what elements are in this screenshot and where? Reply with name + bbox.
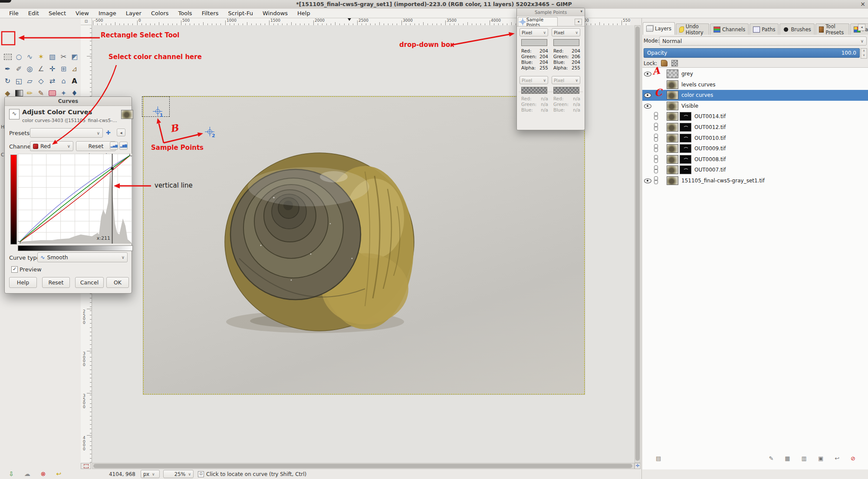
layer-row[interactable]: OUT0007.tif: [642, 165, 868, 175]
sample-display-mode-select[interactable]: Pixel∨: [552, 28, 580, 36]
layer-link-toggle[interactable]: [653, 123, 659, 132]
layer-visibility-toggle[interactable]: [644, 145, 652, 152]
tool-scissors[interactable]: ✂: [59, 52, 69, 62]
layer-link-toggle[interactable]: [653, 155, 659, 164]
layer-visibility-toggle[interactable]: [644, 92, 652, 99]
menu-item-file[interactable]: File: [4, 9, 23, 18]
presets-select[interactable]: ∨: [30, 128, 103, 138]
tool-align[interactable]: ⊞: [59, 64, 69, 74]
menu-item-windows[interactable]: Windows: [258, 9, 293, 18]
linear-histogram-button[interactable]: ▂▄▆: [110, 142, 118, 150]
layer-link-toggle[interactable]: [653, 102, 659, 110]
menu-item-layer[interactable]: Layer: [121, 9, 146, 18]
lock-alpha-icon[interactable]: [671, 60, 678, 66]
layer-link-toggle[interactable]: [653, 134, 659, 142]
tool-flip[interactable]: ⇄: [47, 76, 57, 86]
help-button[interactable]: Help: [9, 277, 37, 288]
opacity-spinner[interactable]: ∧∨: [861, 48, 867, 59]
layer-row[interactable]: OUT0008.tif: [642, 154, 868, 165]
curve-control-point[interactable]: [111, 167, 113, 170]
layer-visibility-toggle[interactable]: [644, 70, 652, 77]
canvas-image[interactable]: [143, 96, 585, 394]
layer-visibility-toggle[interactable]: [644, 177, 652, 184]
layer-icon[interactable]: ▥: [802, 456, 807, 461]
tool-ellipse-select[interactable]: ○: [14, 52, 24, 62]
layer-row[interactable]: Visible: [642, 101, 868, 112]
tab-layers[interactable]: Layers: [643, 22, 675, 35]
cancel-button[interactable]: Cancel: [75, 277, 104, 288]
tab-channels[interactable]: Channels: [710, 23, 749, 35]
scrollbar-thumb[interactable]: [93, 464, 632, 468]
sample-point-marker-1[interactable]: 1: [155, 109, 161, 114]
tool-fuzzy-select[interactable]: ✶: [36, 52, 46, 62]
tool-shear[interactable]: ▱: [25, 76, 35, 86]
layer-visibility-toggle[interactable]: [644, 124, 652, 131]
preview-checkbox[interactable]: ✓: [11, 266, 18, 273]
window-menu-icon[interactable]: ▾: [580, 9, 582, 13]
window-title-bar[interactable]: Sample Points: [517, 8, 585, 16]
pattern-icon[interactable]: ▦: [785, 456, 790, 461]
configure-tab-icon[interactable]: ▤: [656, 456, 661, 461]
layer-row[interactable]: OUT0012.tif: [642, 122, 868, 133]
curve-plot[interactable]: x:211: [18, 154, 132, 244]
menu-item-colors[interactable]: Colors: [146, 9, 174, 18]
vertical-scrollbar[interactable]: [635, 25, 641, 463]
curve-type-select[interactable]: ∿ Smooth ∨: [37, 252, 128, 262]
tool-color-picker[interactable]: ✐: [14, 64, 24, 74]
menu-item-image[interactable]: Image: [94, 9, 121, 18]
delete-icon[interactable]: ⊘: [851, 456, 855, 461]
layer-row[interactable]: levels curves: [642, 79, 868, 90]
add-preset-button[interactable]: ✚: [106, 129, 111, 136]
unit-select[interactable]: px∨: [141, 470, 160, 478]
tab-menu-button[interactable]: ◂: [858, 24, 865, 31]
delete-tool-options-icon[interactable]: ⊗: [41, 471, 46, 477]
undo-icon[interactable]: ↩: [835, 456, 839, 461]
restore-tool-options-icon[interactable]: ☁: [24, 471, 30, 477]
image-icon[interactable]: ▣: [818, 456, 823, 461]
horizontal-scrollbar[interactable]: [92, 463, 635, 469]
import-export-button[interactable]: ◂: [117, 129, 125, 136]
tool-zoom[interactable]: ◎: [25, 64, 35, 74]
reset-button[interactable]: Reset: [42, 277, 70, 288]
layer-link-toggle[interactable]: [653, 144, 659, 153]
tab-undo-history[interactable]: Undo History: [676, 23, 709, 35]
menu-item-select[interactable]: Select: [44, 9, 71, 18]
tab-sample-points[interactable]: Sample Points: [518, 17, 558, 26]
sample-point-marker-2[interactable]: 2: [207, 129, 213, 135]
layer-visibility-toggle[interactable]: [644, 135, 652, 142]
menu-item-scriptfu[interactable]: Script-Fu: [224, 9, 258, 18]
layer-row[interactable]: 151105_final-cws5-gray_set1.tif: [642, 175, 868, 186]
tab-tool-presets[interactable]: Tool Presets: [815, 23, 849, 35]
zoom-select[interactable]: 25%∨: [163, 470, 194, 478]
layer-row[interactable]: grey: [642, 69, 868, 79]
menu-item-filters[interactable]: Filters: [197, 9, 224, 18]
sample-display-mode-select[interactable]: Pixel∨: [519, 76, 548, 84]
tool-rotate[interactable]: ↻: [3, 76, 13, 86]
layer-visibility-toggle[interactable]: [644, 113, 652, 120]
tool-paths[interactable]: ✒: [3, 64, 13, 74]
tool-foreground-select[interactable]: ◩: [69, 52, 79, 62]
tool-select-by-color[interactable]: ▧: [47, 52, 57, 62]
reset-tool-options-icon[interactable]: ↩: [56, 471, 61, 477]
tab-brushes[interactable]: Brushes: [779, 23, 814, 35]
channel-select[interactable]: Red ∨: [30, 141, 73, 151]
tool-crop[interactable]: ⊿: [69, 64, 79, 74]
tab-paths[interactable]: Paths: [750, 23, 779, 35]
layer-link-toggle[interactable]: [653, 165, 659, 174]
navigation-button[interactable]: ✛: [635, 463, 641, 469]
save-tool-options-icon[interactable]: ⇩: [9, 471, 14, 477]
tab-menu-button[interactable]: ◂: [575, 19, 582, 25]
tool-rectangle-select[interactable]: [3, 52, 13, 62]
tool-cage-transform[interactable]: ⌂: [59, 76, 69, 86]
tool-move[interactable]: ✛: [47, 64, 57, 74]
layer-row[interactable]: OUT0009.tif: [642, 143, 868, 154]
dialog-title-bar[interactable]: Curves: [5, 97, 132, 106]
lock-pixels-icon[interactable]: [661, 60, 667, 66]
menu-item-help[interactable]: Help: [293, 9, 315, 18]
tool-text[interactable]: A: [69, 76, 79, 86]
menu-item-edit[interactable]: Edit: [23, 9, 44, 18]
layer-row[interactable]: OUT0014.tif: [642, 111, 868, 122]
menu-item-tools[interactable]: Tools: [174, 9, 197, 18]
curve-endpoint[interactable]: [18, 241, 20, 244]
quick-mask-toggle[interactable]: [81, 463, 91, 469]
